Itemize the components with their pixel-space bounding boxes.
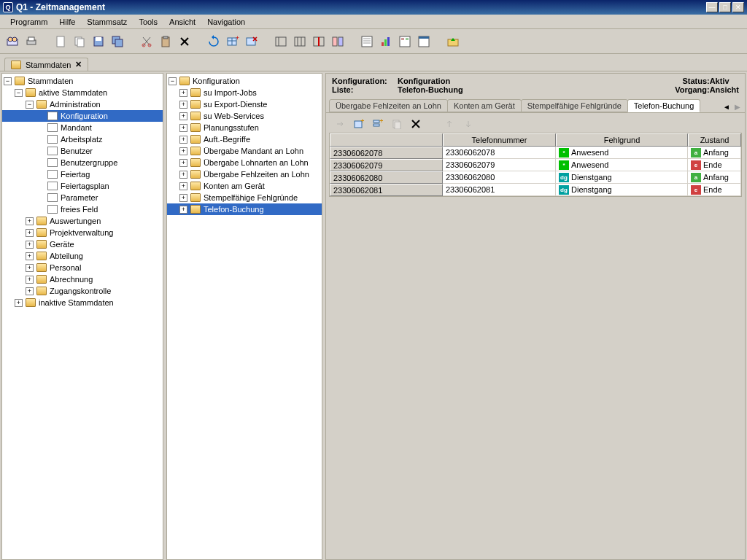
tree1-admin-parameter[interactable]: Parameter (2, 192, 163, 203)
tool-view4-icon[interactable] (330, 34, 346, 50)
tool-view3-icon[interactable] (311, 34, 327, 50)
tree2-su-export-dienste[interactable]: +su Export-Dienste (167, 98, 322, 110)
tool-view2-icon[interactable] (292, 34, 308, 50)
table-row[interactable]: 2330606207823306062078*AnwesendaAnfang (330, 147, 741, 159)
tree1-admin-feiertag[interactable]: Feiertag (2, 168, 163, 180)
tree-toggle-icon[interactable]: + (179, 206, 187, 214)
tool-folder-up-icon[interactable] (445, 34, 461, 50)
grid-col-fehlgrund[interactable]: Fehlgrund (556, 133, 688, 147)
menu-ansicht[interactable]: Ansicht (163, 16, 201, 28)
cell-fehlgrund[interactable]: dgDienstgang (556, 184, 688, 196)
tree-toggle-icon[interactable]: + (26, 229, 34, 237)
cell-fehlgrund[interactable]: dgDienstgang (556, 171, 688, 184)
tool-table-add-icon[interactable]: + (225, 34, 241, 50)
cell-telefonnummer[interactable]: 23306062078 (443, 147, 556, 159)
tree1-admin-arbeitsplatz[interactable]: Arbeitsplatz (2, 133, 163, 145)
tree1-admin-freies-feld[interactable]: freies Feld (2, 203, 163, 215)
tree-toggle-icon[interactable]: + (179, 136, 187, 144)
tree2-konfiguration[interactable]: −Konfiguration (167, 75, 322, 87)
tree2-su-web-services[interactable]: +su Web-Services (167, 110, 322, 122)
grid-col-telefonnummer[interactable]: Telefonnummer (443, 133, 556, 147)
tree-toggle-icon[interactable]: + (179, 89, 187, 97)
tree-toggle-icon[interactable]: + (179, 171, 187, 179)
tree-toggle-icon[interactable]: + (179, 194, 187, 202)
tree-toggle-icon[interactable]: + (179, 159, 187, 167)
tool-copy-icon[interactable] (71, 34, 88, 50)
tool-save-all-icon[interactable] (109, 34, 125, 50)
tree2-telefon-buchung[interactable]: +Telefon-Buchung (167, 203, 322, 215)
tab-next-icon[interactable]: ▶ (733, 103, 742, 111)
cell-zustand[interactable]: eEnde (688, 184, 741, 196)
ct-down-icon[interactable] (462, 117, 475, 131)
tree-toggle-icon[interactable]: + (26, 287, 34, 295)
cell-fehlgrund[interactable]: *Anwesend (556, 147, 688, 159)
menu-navigation[interactable]: Navigation (201, 16, 251, 28)
tree1-inaktive-stammdaten[interactable]: +inaktive Stammdaten (2, 297, 163, 308)
tree1-personal[interactable]: +Personal (2, 262, 163, 273)
tree-toggle-icon[interactable]: + (15, 299, 23, 307)
tree1-projektverwaltung[interactable]: +Projektverwaltung (2, 227, 163, 238)
tab-uebergabe-fehlzeiten[interactable]: Übergabe Fehlzeiten an Lohn (329, 99, 448, 112)
tree1-stammdaten[interactable]: −Stammdaten (2, 75, 163, 87)
tree-toggle-icon[interactable]: + (179, 124, 187, 132)
cell-fehlgrund[interactable]: *Anwesend (556, 159, 688, 171)
tree-toggle-icon[interactable]: + (26, 217, 34, 225)
grid-col-0[interactable] (330, 133, 443, 147)
cell-zustand[interactable]: eEnde (688, 159, 741, 171)
tree1-admin-benutzer[interactable]: Benutzer (2, 145, 163, 157)
tree-toggle-icon[interactable]: + (26, 241, 34, 249)
tool-users-icon[interactable] (4, 34, 20, 50)
tree1-zugangskontrolle[interactable]: +Zugangskontrolle (2, 285, 163, 297)
tree-toggle-icon[interactable]: − (26, 101, 34, 109)
tree-toggle-icon[interactable]: − (169, 77, 177, 85)
menu-programm[interactable]: Programm (4, 16, 53, 28)
tool-view1-icon[interactable] (273, 34, 289, 50)
tree2--bergabe-mandant-an-lohn[interactable]: +Übergabe Mandant an Lohn (167, 145, 322, 157)
tree-toggle-icon[interactable]: + (179, 147, 187, 155)
menu-tools[interactable]: Tools (133, 16, 163, 28)
tree1-admin-mandant[interactable]: Mandant (2, 122, 163, 133)
cell-zustand[interactable]: aAnfang (688, 171, 741, 184)
table-row[interactable]: 2330606207923306062079*AnwesendeEnde (330, 159, 741, 171)
tree1-admin-feiertagsplan[interactable]: Feiertagsplan (2, 180, 163, 192)
cell-zustand[interactable]: aAnfang (688, 147, 741, 159)
tree1-auswertungen[interactable]: +Auswertungen (2, 215, 163, 227)
tree1-administration[interactable]: −Administration (2, 98, 163, 110)
tool-delete-icon[interactable] (177, 34, 193, 50)
tool-table-remove-icon[interactable] (244, 34, 260, 50)
tool-refresh-icon[interactable] (206, 34, 222, 50)
ct-up-icon[interactable] (443, 117, 456, 131)
tree1-aktive-stammdaten[interactable]: −aktive Stammdaten (2, 87, 163, 98)
tool-form1-icon[interactable] (359, 34, 375, 50)
tree-toggle-icon[interactable]: + (26, 252, 34, 260)
tree2--bergabe-lohnarten-an-lohn[interactable]: +Übergabe Lohnarten an Lohn (167, 157, 322, 168)
table-row[interactable]: 2330606208123306062081dgDienstgangeEnde (330, 184, 741, 196)
tree2-planungsstufen[interactable]: +Planungsstufen (167, 122, 322, 133)
table-row[interactable]: 2330606208023306062080dgDienstgangaAnfan… (330, 171, 741, 184)
tree2--bergabe-fehlzeiten-an-lohn[interactable]: +Übergabe Fehlzeiten an Lohn (167, 168, 322, 180)
tree2-stempelf-hige-fehlgr-nde[interactable]: +Stempelfähige Fehlgründe (167, 192, 322, 203)
tree-toggle-icon[interactable]: + (26, 276, 34, 284)
tool-cut-icon[interactable] (139, 34, 155, 50)
maximize-button[interactable]: □ (719, 2, 731, 12)
ct-delete-icon[interactable] (409, 117, 422, 131)
tool-chart-icon[interactable] (378, 34, 394, 50)
tool-form2-icon[interactable] (397, 34, 413, 50)
ct-add-multi-icon[interactable]: + (371, 117, 384, 131)
cell-telefonnummer[interactable]: 23306062081 (443, 184, 556, 196)
doc-tab-close-icon[interactable]: ✕ (74, 60, 83, 69)
minimize-button[interactable]: — (706, 2, 718, 12)
cell-telefonnummer[interactable]: 23306062079 (443, 159, 556, 171)
tree-toggle-icon[interactable]: + (179, 112, 187, 120)
tab-stempelfaehige-fehlgruende[interactable]: Stempelfähige Fehlgründe (521, 99, 628, 112)
tree2-su-import-jobs[interactable]: +su Import-Jobs (167, 87, 322, 98)
tree1-geräte[interactable]: +Geräte (2, 238, 163, 250)
tree1-abrechnung[interactable]: +Abrechnung (2, 273, 163, 285)
tool-save-icon[interactable] (90, 34, 107, 50)
tree-toggle-icon[interactable]: + (179, 101, 187, 109)
cell-telefonnummer[interactable]: 23306062080 (443, 171, 556, 184)
tab-konten-am-geraet[interactable]: Konten am Gerät (447, 99, 522, 112)
tree-toggle-icon[interactable]: + (179, 182, 187, 190)
tool-print-icon[interactable] (23, 34, 39, 50)
tree-toggle-icon[interactable]: − (15, 89, 23, 97)
